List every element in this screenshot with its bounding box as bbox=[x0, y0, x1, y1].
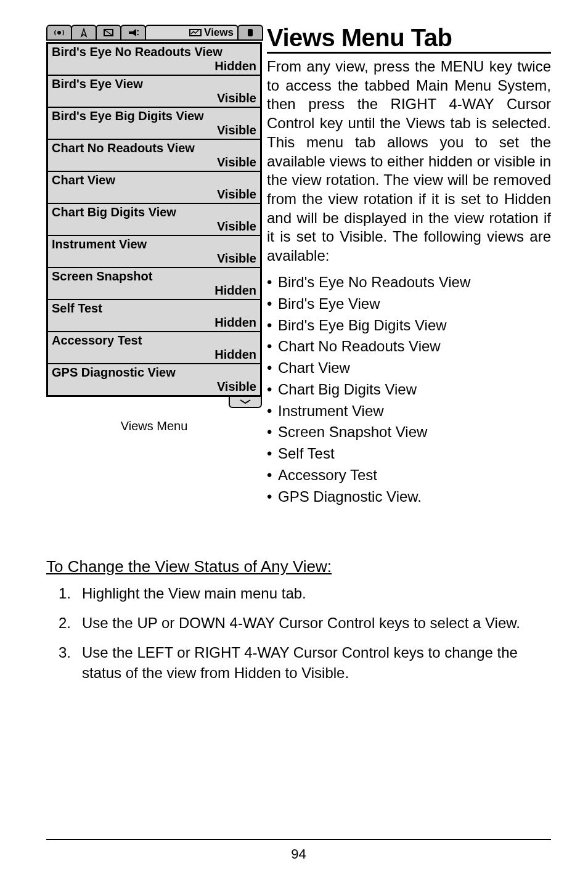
menu-row[interactable]: Chart View Visible bbox=[48, 172, 260, 204]
bullet-item: GPS Diagnostic View. bbox=[267, 486, 551, 508]
menu-row[interactable]: Screen Snapshot Hidden bbox=[48, 268, 260, 300]
tab-sonar-icon bbox=[46, 25, 72, 41]
menu-row[interactable]: Chart Big Digits View Visible bbox=[48, 204, 260, 236]
menu-row[interactable]: Instrument View Visible bbox=[48, 236, 260, 268]
menu-row-value: Visible bbox=[52, 187, 256, 202]
tab-alarms-icon bbox=[120, 25, 146, 41]
step-number: 2. bbox=[59, 613, 71, 633]
menu-row-label: Bird's Eye Big Digits View bbox=[52, 109, 256, 123]
menu-row-value: Hidden bbox=[52, 284, 256, 298]
page-footer: 94 bbox=[46, 839, 551, 862]
steps-list: 1.Highlight the View main menu tab. 2.Us… bbox=[59, 584, 551, 684]
menu-row[interactable]: Chart No Readouts View Visible bbox=[48, 140, 260, 172]
menu-row-label: Instrument View bbox=[52, 237, 256, 251]
views-menu-list: Bird's Eye No Readouts View Hidden Bird'… bbox=[46, 42, 262, 397]
step-text: Use the UP or DOWN 4-WAY Cursor Control … bbox=[82, 615, 520, 631]
tab-chart-icon bbox=[96, 25, 121, 41]
bullet-item: Self Test bbox=[267, 443, 551, 465]
bullet-item: Bird's Eye No Readouts View bbox=[267, 272, 551, 293]
bullet-item: Screen Snapshot View bbox=[267, 422, 551, 443]
page-title: Views Menu Tab bbox=[267, 25, 551, 51]
bullet-item: Chart View bbox=[267, 357, 551, 379]
views-icon bbox=[189, 28, 202, 38]
views-bullet-list: Bird's Eye No Readouts View Bird's Eye V… bbox=[267, 272, 551, 508]
menu-row-label: Self Test bbox=[52, 301, 256, 316]
tab-views-active: Views bbox=[145, 25, 239, 41]
step-number: 1. bbox=[59, 584, 71, 603]
menu-row[interactable]: GPS Diagnostic View Visible bbox=[48, 364, 260, 395]
step-item: 3.Use the LEFT or RIGHT 4-WAY Cursor Con… bbox=[59, 643, 551, 683]
menu-row-label: Bird's Eye No Readouts View bbox=[52, 45, 256, 59]
menu-row-label: Chart Big Digits View bbox=[52, 205, 256, 219]
menu-row-value: Visible bbox=[52, 380, 256, 394]
step-text: Use the LEFT or RIGHT 4-WAY Cursor Contr… bbox=[82, 644, 518, 680]
step-item: 1.Highlight the View main menu tab. bbox=[59, 584, 551, 603]
menu-row-value: Visible bbox=[52, 219, 256, 234]
tab-nav-icon bbox=[71, 25, 97, 41]
menu-row-label: Screen Snapshot bbox=[52, 269, 256, 284]
title-underline bbox=[267, 52, 551, 54]
section-heading: To Change the View Status of Any View: bbox=[46, 557, 551, 576]
menu-row[interactable]: Bird's Eye No Readouts View Hidden bbox=[48, 44, 260, 76]
tab-setup-icon bbox=[237, 25, 263, 41]
menu-row-value: Hidden bbox=[52, 316, 256, 330]
menu-row[interactable]: Accessory Test Hidden bbox=[48, 332, 260, 364]
bullet-item: Chart No Readouts View bbox=[267, 336, 551, 357]
bullet-item: Accessory Test bbox=[267, 465, 551, 486]
menu-row-value: Visible bbox=[52, 251, 256, 266]
menu-row-value: Visible bbox=[52, 91, 256, 105]
page-number: 94 bbox=[291, 846, 306, 862]
menu-row[interactable]: Bird's Eye View Visible bbox=[48, 76, 260, 108]
bullet-item: Bird's Eye View bbox=[267, 293, 551, 315]
svg-rect-2 bbox=[129, 31, 133, 34]
bullet-item: Chart Big Digits View bbox=[267, 379, 551, 401]
bullet-item: Bird's Eye Big Digits View bbox=[267, 315, 551, 337]
menu-row[interactable]: Bird's Eye Big Digits View Visible bbox=[48, 108, 260, 140]
svg-rect-4 bbox=[248, 29, 253, 36]
menu-row-label: Accessory Test bbox=[52, 333, 256, 348]
menu-row-value: Visible bbox=[52, 155, 256, 169]
menu-row-label: Chart No Readouts View bbox=[52, 141, 256, 155]
scroll-down-indicator bbox=[229, 397, 262, 408]
menu-row-value: Hidden bbox=[52, 59, 256, 73]
chevron-down-icon bbox=[239, 399, 251, 404]
step-text: Highlight the View main menu tab. bbox=[82, 585, 306, 602]
step-number: 3. bbox=[59, 643, 71, 663]
menu-row-label: GPS Diagnostic View bbox=[52, 365, 256, 380]
bullet-item: Instrument View bbox=[267, 401, 551, 422]
menu-row-value: Visible bbox=[52, 123, 256, 137]
intro-paragraph: From any view, press the MENU key twice … bbox=[267, 57, 551, 266]
step-item: 2.Use the UP or DOWN 4-WAY Cursor Contro… bbox=[59, 613, 551, 633]
menu-tab-bar: Views bbox=[46, 25, 262, 41]
menu-row[interactable]: Self Test Hidden bbox=[48, 300, 260, 332]
menu-caption: Views Menu bbox=[46, 419, 262, 433]
menu-row-label: Bird's Eye View bbox=[52, 77, 256, 91]
menu-row-label: Chart View bbox=[52, 173, 256, 187]
svg-point-0 bbox=[57, 31, 61, 35]
menu-row-value: Hidden bbox=[52, 348, 256, 362]
tab-label: Views bbox=[204, 27, 234, 39]
